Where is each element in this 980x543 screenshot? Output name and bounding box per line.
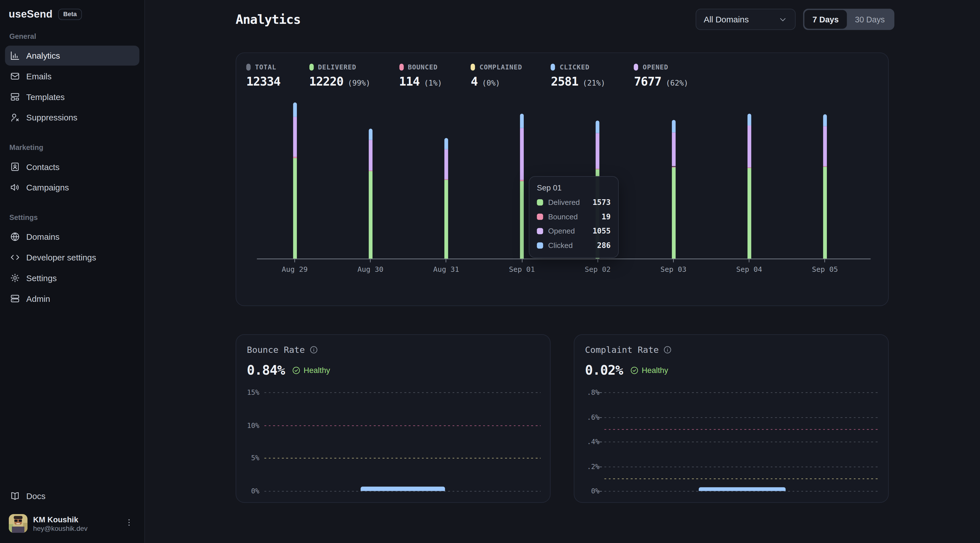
- stat-dot: [471, 64, 475, 70]
- bar-segment-bounced[interactable]: [444, 179, 448, 180]
- bar-segment-delivered[interactable]: [293, 158, 297, 259]
- section-label: Settings: [10, 214, 135, 221]
- sidebar-item-settings[interactable]: Settings: [5, 268, 140, 288]
- bar-segment-clicked[interactable]: [369, 129, 372, 140]
- stat-percent: (0%): [482, 79, 500, 87]
- bar-segment-delivered[interactable]: [823, 167, 827, 259]
- bar-segment-clicked[interactable]: [520, 114, 524, 128]
- bar-segment-bounced[interactable]: [596, 169, 600, 170]
- y-axis-label: 0%: [237, 487, 259, 495]
- x-axis-label: Sep 03: [649, 265, 698, 274]
- complaint-rate-chart: .8%.6%.4%.2%0%: [604, 392, 879, 491]
- bar-segment-clicked[interactable]: [596, 121, 600, 133]
- range-option-30-days[interactable]: 30 Days: [847, 10, 892, 29]
- bar-segment-delivered[interactable]: [747, 168, 751, 259]
- stat-dot: [634, 64, 638, 70]
- stat-delivered: DELIVERED12220(99%): [309, 63, 370, 88]
- bar-segment-opened[interactable]: [747, 125, 751, 167]
- bar-segment-bounced[interactable]: [369, 171, 372, 171]
- sidebar-item-emails[interactable]: Emails: [5, 66, 140, 86]
- x-axis-label: Aug 31: [421, 265, 471, 274]
- bar-segment-opened[interactable]: [293, 117, 297, 157]
- tooltip-row: Opened1055: [537, 227, 611, 235]
- sidebar-item-label: Settings: [26, 273, 57, 283]
- bar-segment-delivered[interactable]: [444, 180, 448, 259]
- tooltip-row: Clicked286: [537, 241, 611, 250]
- sidebar-item-label: Contacts: [26, 162, 60, 171]
- bar-segment-bounced[interactable]: [520, 180, 524, 181]
- stat-label: OPENED: [643, 63, 668, 71]
- bar-segment-opened[interactable]: [444, 149, 448, 179]
- sidebar-item-templates[interactable]: Templates: [5, 87, 140, 107]
- domain-filter-select[interactable]: All Domains: [695, 9, 796, 30]
- bar-segment-opened[interactable]: [520, 128, 524, 180]
- bar-segment-opened[interactable]: [823, 126, 827, 166]
- bounce-rate-chart: 15%10%5%0%: [264, 392, 541, 491]
- check-circle-icon: [292, 366, 301, 375]
- sidebar-item-docs[interactable]: Docs: [5, 486, 140, 506]
- complaint-rate-value: 0.02%: [585, 363, 623, 378]
- stat-dot: [309, 64, 313, 70]
- bar-segment-clicked[interactable]: [671, 120, 675, 132]
- bar-segment-clicked[interactable]: [444, 138, 448, 149]
- info-icon[interactable]: [663, 346, 672, 354]
- sidebar-item-admin[interactable]: Admin: [5, 289, 140, 309]
- bar-segment-bounced[interactable]: [823, 166, 827, 167]
- gridline: [604, 417, 879, 418]
- sidebar-item-label: Docs: [26, 491, 46, 501]
- x-axis-label: Sep 01: [497, 265, 547, 274]
- bar-segment-bounced[interactable]: [747, 167, 751, 168]
- user-meta: KM Koushik hey@koushik.dev: [33, 515, 117, 532]
- sidebar-section-marketing: MarketingContactsCampaigns: [5, 144, 140, 197]
- y-axis-label: 5%: [237, 454, 259, 462]
- bar-segment-delivered[interactable]: [671, 167, 675, 259]
- stat-value: 7677: [634, 74, 661, 88]
- sidebar-item-developer-settings[interactable]: Developer settings: [5, 248, 140, 268]
- stat-value: 12220: [309, 74, 344, 88]
- user-row[interactable]: KM Koushik hey@koushik.dev: [5, 507, 140, 543]
- y-axis-tick: [598, 392, 602, 393]
- complaint-rate-bar[interactable]: [699, 487, 786, 491]
- bar-segment-clicked[interactable]: [747, 114, 751, 125]
- sidebar-item-campaigns[interactable]: Campaigns: [5, 178, 140, 197]
- bar-segment-opened[interactable]: [369, 140, 372, 171]
- date-range-toggle: 7 Days 30 Days: [803, 9, 894, 30]
- range-option-7-days[interactable]: 7 Days: [805, 10, 847, 29]
- stat-label: TOTAL: [255, 63, 276, 71]
- bar-segment-delivered[interactable]: [520, 181, 524, 259]
- tooltip-label: Opened: [548, 227, 587, 235]
- info-icon[interactable]: [309, 346, 318, 354]
- sidebar-item-contacts[interactable]: Contacts: [5, 157, 140, 177]
- complaint-rate-status: Healthy: [642, 366, 668, 375]
- stat-bounced: BOUNCED114(1%): [399, 63, 442, 88]
- stat-dot: [399, 64, 403, 70]
- complaint-rate-card: Complaint Rate 0.02% Healthy .8%.6%.4%.2…: [574, 334, 889, 503]
- bar-segment-bounced[interactable]: [293, 157, 297, 158]
- settings-icon: [10, 273, 20, 283]
- bounce-rate-bar[interactable]: [360, 487, 445, 491]
- x-axis-tick: [370, 259, 371, 262]
- kebab-menu-button[interactable]: [123, 514, 135, 533]
- stat-label: CLICKED: [560, 63, 590, 71]
- globe-icon: [10, 232, 20, 242]
- sidebar-item-domains[interactable]: Domains: [5, 227, 140, 247]
- bar-segment-opened[interactable]: [671, 132, 675, 166]
- y-axis-label: .4%: [577, 438, 599, 446]
- bar-segment-clicked[interactable]: [293, 103, 297, 117]
- chart-tooltip: Sep 01 Delivered1573Bounced19Opened1055C…: [529, 176, 619, 258]
- gridline: [604, 491, 879, 491]
- sidebar-item-suppressions[interactable]: Suppressions: [5, 107, 140, 127]
- page-title: Analytics: [235, 12, 301, 27]
- user-name: KM Koushik: [33, 515, 117, 524]
- sidebar-section-settings: SettingsDomainsDeveloper settingsSetting…: [5, 214, 140, 309]
- bar-segment-opened[interactable]: [596, 133, 600, 169]
- y-axis-label: 15%: [237, 389, 259, 397]
- bar-segment-bounced[interactable]: [671, 166, 675, 167]
- threshold-line: [604, 429, 879, 430]
- sidebar-item-analytics[interactable]: Analytics: [5, 46, 140, 66]
- bar-segment-delivered[interactable]: [369, 171, 372, 259]
- bar-segment-clicked[interactable]: [823, 114, 827, 126]
- stat-label: COMPLAINED: [479, 63, 522, 71]
- gridline: [604, 392, 879, 393]
- mail-icon: [10, 71, 20, 81]
